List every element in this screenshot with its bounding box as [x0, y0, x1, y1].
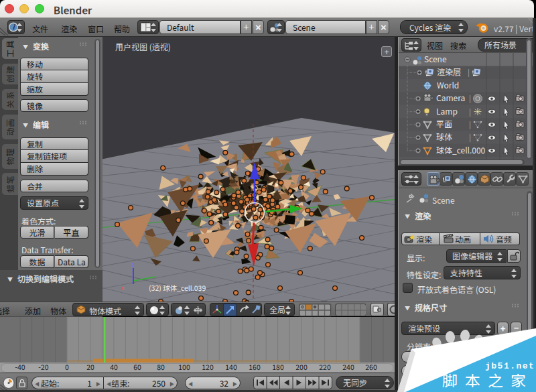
svg-text:20: 20 — [86, 362, 94, 372]
svg-text:x: x — [121, 283, 125, 292]
svg-text:220: 220 — [319, 362, 331, 372]
svg-text:0: 0 — [65, 362, 69, 372]
svg-text:160: 160 — [249, 362, 261, 372]
svg-text:-20: -20 — [38, 362, 48, 372]
svg-text:140: 140 — [225, 362, 237, 372]
svg-text:球体_cell.000: 球体_cell.000 — [436, 144, 486, 155]
svg-text:|: | — [469, 92, 471, 103]
svg-text:|: | — [469, 119, 471, 129]
svg-text:Lamp: Lamp — [436, 105, 458, 117]
svg-text:z: z — [131, 260, 135, 269]
svg-text:|: | — [469, 106, 471, 117]
svg-text:100: 100 — [178, 362, 190, 372]
svg-text:Camera: Camera — [436, 92, 465, 103]
svg-text:脚本之家: 脚本之家 — [442, 369, 533, 391]
svg-text:180: 180 — [272, 362, 284, 372]
svg-text:60: 60 — [133, 362, 141, 372]
svg-text:40: 40 — [110, 362, 118, 372]
svg-text:200: 200 — [295, 362, 308, 372]
svg-text:Scene: Scene — [424, 53, 447, 64]
svg-text:球体: 球体 — [436, 131, 452, 142]
svg-text:渲染层: 渲染层 — [437, 66, 461, 77]
svg-text:240: 240 — [342, 362, 354, 372]
svg-text:平面: 平面 — [436, 118, 452, 129]
svg-text:World: World — [437, 79, 459, 90]
svg-text:120: 120 — [202, 362, 214, 372]
svg-text:-40: -40 — [15, 362, 25, 372]
svg-text:|: | — [469, 131, 471, 142]
svg-text:80: 80 — [157, 362, 165, 372]
svg-text:|: | — [468, 66, 470, 77]
